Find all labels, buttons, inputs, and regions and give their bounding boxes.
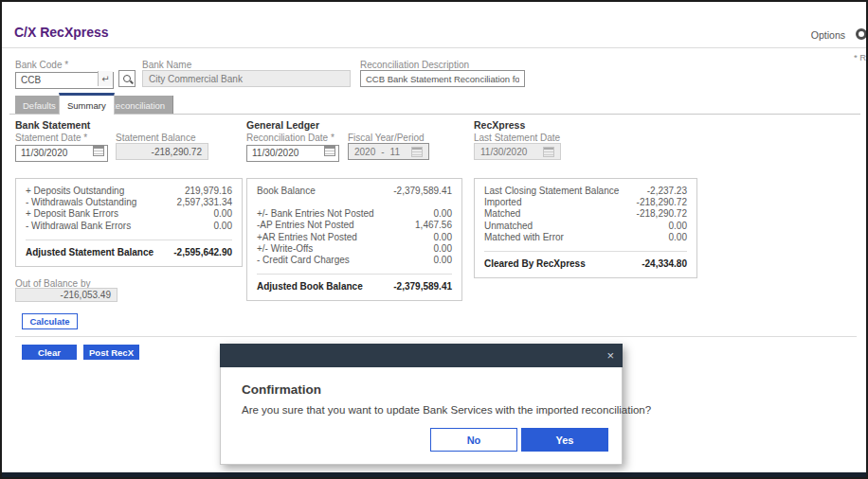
bottom-bar bbox=[2, 472, 866, 477]
statement-date-label: Statement Date * bbox=[15, 133, 87, 143]
statement-date-calendar-icon[interactable] bbox=[93, 146, 104, 156]
required-note: * Required bbox=[854, 52, 868, 62]
summary-row: Imported-218,290.72 bbox=[484, 197, 687, 208]
summary-row: - Credit Card Charges0.00 bbox=[257, 255, 452, 266]
total-label: Cleared By RecXpress bbox=[484, 258, 586, 270]
dialog-title: Confirmation bbox=[242, 382, 321, 397]
no-button[interactable]: No bbox=[430, 428, 517, 452]
reconciliation-description-label: Reconciliation Description bbox=[360, 60, 469, 70]
summary-row: Last Closing Statement Balance-2,237.23 bbox=[484, 186, 687, 197]
adjusted-statement-balance-row: Adjusted Statement Balance-2,595,642.90 bbox=[26, 247, 232, 258]
statement-balance-label: Statement Balance bbox=[116, 133, 196, 143]
box-divider bbox=[257, 274, 452, 275]
out-of-balance-field: -216,053.49 bbox=[15, 288, 118, 302]
row-value: 1,467.56 bbox=[415, 220, 452, 231]
row-value: 0.00 bbox=[214, 208, 232, 220]
row-value: 0.00 bbox=[434, 243, 452, 255]
summary-row: +/- Write-Offs0.00 bbox=[257, 243, 452, 255]
summary-row: +/- Bank Entries Not Posted0.00 bbox=[257, 208, 452, 220]
bank-code-enter-icon[interactable]: ↵ bbox=[98, 71, 113, 86]
row-value: 2,597,331.34 bbox=[177, 197, 232, 208]
post-recx-button[interactable]: Post RecX bbox=[83, 345, 139, 360]
bank-name-field: City Commercial Bank bbox=[142, 70, 351, 87]
summary-row: - Withdrawal Bank Errors0.00 bbox=[26, 221, 232, 232]
total-label: Adjusted Statement Balance bbox=[26, 247, 154, 258]
fiscal-year-period-label: Fiscal Year/Period bbox=[348, 133, 425, 143]
summary-row: + Deposits Outstanding219,979.16 bbox=[26, 186, 232, 197]
clear-button[interactable]: Clear bbox=[22, 345, 77, 360]
total-value: -2,379,589.41 bbox=[393, 281, 452, 293]
row-label: + Deposits Outstanding bbox=[26, 186, 124, 197]
row-label: Unmatched bbox=[484, 221, 533, 232]
general-ledger-section-title: General Ledger bbox=[246, 119, 319, 131]
box-divider bbox=[26, 240, 232, 240]
yes-button[interactable]: Yes bbox=[521, 428, 608, 452]
summary-row: +AR Entries Not Posted0.00 bbox=[257, 232, 452, 243]
row-value: -2,237.23 bbox=[647, 186, 687, 197]
reconciliation-description-input[interactable] bbox=[360, 70, 525, 87]
row-label: - Withdrawals Outstanding bbox=[26, 197, 136, 208]
fiscal-separator: - bbox=[381, 147, 384, 157]
confirmation-dialog: × Confirmation Are you sure that you wan… bbox=[220, 344, 623, 465]
reconciliation-date-label: Reconciliation Date * bbox=[246, 133, 335, 143]
close-icon[interactable]: × bbox=[606, 349, 614, 362]
bank-code-label: Bank Code * bbox=[15, 60, 68, 70]
bank-statement-section-title: Bank Statement bbox=[15, 119, 90, 131]
row-value: 0.00 bbox=[434, 232, 452, 243]
summary-row: Matched-218,290.72 bbox=[484, 208, 687, 220]
fiscal-period-calendar-icon bbox=[411, 147, 423, 157]
row-label: Matched with Error bbox=[484, 232, 564, 243]
book-balance-row: Book Balance-2,379,589.41 bbox=[257, 186, 452, 197]
row-label: +/- Bank Entries Not Posted bbox=[257, 208, 374, 220]
row-label: Imported bbox=[484, 197, 521, 208]
row-label: Book Balance bbox=[257, 186, 316, 197]
row-label: Last Closing Statement Balance bbox=[484, 186, 619, 197]
summary-row: -AP Entries Not Posted1,467.56 bbox=[257, 220, 452, 231]
statement-balance-field: -218,290.72 bbox=[116, 143, 208, 160]
section-divider bbox=[15, 336, 857, 337]
recxpress-summary-box: Last Closing Statement Balance-2,237.23 … bbox=[474, 178, 697, 278]
tabs-underline bbox=[9, 114, 860, 115]
summary-row: + Deposit Bank Errors0.00 bbox=[26, 208, 232, 220]
row-label: - Credit Card Charges bbox=[257, 255, 350, 266]
summary-row: Unmatched0.00 bbox=[484, 221, 687, 232]
last-statement-date-label: Last Statement Date bbox=[474, 133, 560, 143]
row-value: 0.00 bbox=[669, 221, 687, 232]
last-statement-date-value: 11/30/2020 bbox=[480, 147, 527, 157]
row-label: +AR Entries Not Posted bbox=[257, 232, 357, 243]
fiscal-period-value: 11 bbox=[390, 147, 400, 157]
header-divider bbox=[2, 47, 866, 48]
row-label: +/- Write-Offs bbox=[257, 243, 313, 255]
total-value: -24,334.80 bbox=[642, 258, 687, 270]
general-ledger-summary-box: Book Balance-2,379,589.41 +/- Bank Entri… bbox=[246, 178, 462, 301]
bank-code-search-button[interactable] bbox=[118, 70, 136, 87]
adjusted-book-balance-row: Adjusted Book Balance-2,379,589.41 bbox=[257, 281, 452, 293]
row-value: 0.00 bbox=[434, 255, 452, 266]
row-value: -2,379,589.41 bbox=[393, 186, 452, 197]
fiscal-year-value: 2020 bbox=[354, 147, 375, 157]
search-icon bbox=[123, 75, 131, 82]
options-link[interactable]: Options bbox=[811, 29, 845, 41]
cleared-by-recxpress-row: Cleared By RecXpress-24,334.80 bbox=[484, 258, 687, 270]
row-value: -218,290.72 bbox=[637, 208, 687, 220]
row-label: + Deposit Bank Errors bbox=[26, 208, 118, 220]
reconciliation-date-calendar-icon[interactable] bbox=[324, 146, 335, 156]
total-value: -2,595,642.90 bbox=[173, 247, 232, 258]
row-value: 219,979.16 bbox=[185, 186, 232, 197]
row-label: -AP Entries Not Posted bbox=[257, 220, 354, 231]
app-window: C/X RecXpress Options * Required Bank Co… bbox=[0, 0, 868, 479]
tab-summary[interactable]: Summary bbox=[59, 93, 115, 115]
row-value: 0.00 bbox=[434, 208, 452, 220]
row-label: Matched bbox=[484, 208, 520, 220]
gear-icon[interactable] bbox=[856, 28, 867, 40]
fiscal-year-period-field: 2020 - 11 bbox=[348, 143, 429, 160]
dialog-title-bar: × bbox=[220, 344, 623, 367]
tab-defaults[interactable]: Defaults bbox=[15, 96, 64, 115]
calculate-button[interactable]: Calculate bbox=[22, 313, 78, 329]
row-value: 0.00 bbox=[669, 232, 687, 243]
last-statement-date-field: 11/30/2020 bbox=[474, 143, 561, 160]
bank-statement-summary-box: + Deposits Outstanding219,979.16 - Withd… bbox=[15, 178, 243, 267]
row-value: 0.00 bbox=[214, 221, 232, 232]
summary-row: Matched with Error0.00 bbox=[484, 232, 687, 243]
bank-name-label: Bank Name bbox=[142, 60, 191, 70]
